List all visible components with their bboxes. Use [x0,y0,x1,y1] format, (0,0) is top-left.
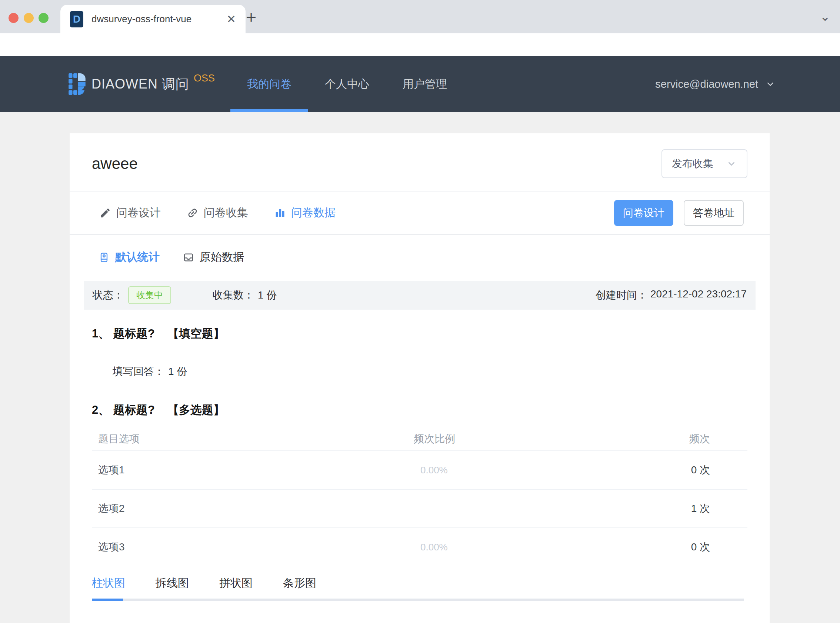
browser-tab[interactable]: D dwsurvey-oss-front-vue ✕ [60,5,245,33]
frequency-count: 0 次 [667,540,747,554]
bar-chart-icon [274,207,286,219]
chevron-down-icon [726,158,737,169]
survey-title: aweee [92,155,138,173]
brand-logo[interactable]: DIAOWEN 调问 OSS [69,56,215,112]
account-menu[interactable]: service@diaowen.net [655,56,776,112]
new-tab-button[interactable]: ＋ [242,5,260,28]
answer-label: 填写回答： [113,364,164,379]
favicon-icon: D [70,11,83,28]
status-bar: 状态： 收集中 收集数： 1 份 创建时间： 2021-12-02 23:02:… [84,281,756,310]
option-label: 选项1 [92,463,408,477]
tab-label: 问卷设计 [116,205,161,220]
publish-collect-value: 发布收集 [672,157,713,171]
chart-tab-line[interactable]: 拆线图 [156,575,189,591]
page-background: aweee 发布收集 问卷设计 问卷收集 问卷数据 [0,112,840,623]
question-1-heading: 1、 题标题? 【填空题】 [92,326,747,342]
brand-badge: OSS [194,73,215,84]
app-navbar: DIAOWEN 调问 OSS 我的问卷 个人中心 用户管理 service@di… [0,56,840,112]
window-zoom-button[interactable] [38,13,49,23]
status-badge: 收集中 [128,286,171,304]
nav-item-my-surveys[interactable]: 我的问卷 [230,56,308,112]
question-type: 【多选题】 [167,402,225,418]
chart-type-tabs: 柱状图 拆线图 拼状图 条形图 [92,575,747,591]
link-icon [187,207,199,219]
brand-name: DIAOWEN 调问 [92,75,189,94]
table-row: 选项3 0.00% 0 次 [92,528,747,566]
question-1-answer-line[interactable]: 填写回答： 1 份 [113,364,747,379]
window-minimize-button[interactable] [24,13,34,23]
subtab-default-stats[interactable]: 默认统计 [98,250,159,265]
answer-value: 1 份 [168,364,187,379]
option-label: 选项2 [92,502,408,516]
frequency-count: 1 次 [667,502,747,516]
column-header-frequency: 频次 [667,432,747,446]
tab-title: dwsurvey-oss-front-vue [92,13,222,25]
tag-icon [98,252,110,263]
chart-tabs-underline [92,598,744,601]
nav-item-personal-center[interactable]: 个人中心 [308,56,386,112]
created-time-label: 创建时间： [596,288,647,302]
question-title: 题标题? [113,326,155,342]
tab-list-chevron-icon[interactable]: ⌄ [820,9,831,24]
created-time-value: 2021-12-02 23:02:17 [650,288,746,302]
survey-card: aweee 发布收集 问卷设计 问卷收集 问卷数据 [70,134,769,623]
account-email: service@diaowen.net [655,78,758,91]
card-header: aweee 发布收集 [92,134,747,191]
publish-collect-select[interactable]: 发布收集 [662,149,747,178]
table-row: 选项2 100.00% 1 次 [92,489,747,528]
question-type: 【填空题】 [167,326,225,342]
tab-label: 问卷收集 [204,205,248,220]
option-frequency-table: 题目选项 频次比例 频次 选项1 0.00% 0 次 选项2 [92,427,747,566]
table-header-row: 题目选项 频次比例 频次 [92,427,747,450]
diaowen-logo-icon [69,73,86,95]
subtab-label: 原始数据 [199,250,244,265]
collect-count-value: 1 份 [258,288,277,302]
chart-tab-pie[interactable]: 拼状图 [219,575,253,591]
collect-count: 收集数： 1 份 [213,288,277,302]
pencil-icon [99,207,111,219]
stats-subtabs-row: 默认统计 原始数据 [92,235,747,280]
answer-url-button[interactable]: 答卷地址 [684,200,744,226]
question-title: 题标题? [113,402,155,418]
created-time: 创建时间： 2021-12-02 23:02:17 [596,288,746,302]
design-survey-button[interactable]: 问卷设计 [614,200,673,226]
chevron-down-icon [765,78,776,90]
nav-links: 我的问卷 个人中心 用户管理 [230,56,464,112]
question-2-heading: 2、 题标题? 【多选题】 [92,402,747,418]
inbox-icon [182,252,195,263]
column-header-option: 题目选项 [92,432,408,446]
window-close-button[interactable] [9,13,18,23]
chart-tab-bar[interactable]: 条形图 [283,575,316,591]
browser-toolbar: localhost:8083/#/dw/survey/d/chart/c98fa… [0,33,840,56]
nav-item-user-management[interactable]: 用户管理 [386,56,464,112]
table-row: 选项1 0.00% 0 次 [92,450,747,489]
collect-count-label: 收集数： [213,288,254,302]
chart-tab-column[interactable]: 柱状图 [92,575,125,591]
subtab-label: 默认统计 [115,250,159,265]
tab-survey-design[interactable]: 问卷设计 [99,205,161,220]
chart-tabs-active-indicator [92,598,123,601]
tab-survey-collect[interactable]: 问卷收集 [187,205,248,220]
header-actions: 问卷设计 答卷地址 [614,200,744,226]
survey-tabs-row: 问卷设计 问卷收集 问卷数据 问卷设计 答卷地址 [92,192,747,234]
status-label: 状态： [93,288,124,302]
subtab-raw-data[interactable]: 原始数据 [182,250,244,265]
option-label: 选项3 [92,540,408,554]
question-number: 1、 [92,326,113,342]
column-header-ratio: 频次比例 [408,432,667,446]
tab-close-icon[interactable]: ✕ [227,12,236,26]
question-number: 2、 [92,402,113,418]
tab-label: 问卷数据 [291,205,336,220]
frequency-count: 0 次 [667,463,747,477]
browser-tab-strip: D dwsurvey-oss-front-vue ✕ ＋ ⌄ [0,0,840,33]
tab-survey-data[interactable]: 问卷数据 [274,205,336,220]
